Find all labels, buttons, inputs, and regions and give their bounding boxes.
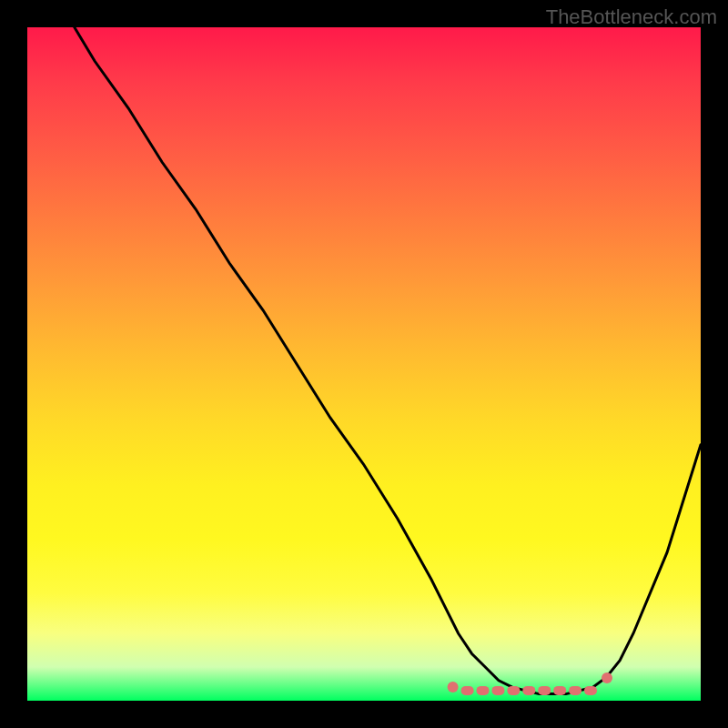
watermark-text: TheBottleneck.com (546, 5, 717, 29)
chart-gradient-background (27, 27, 701, 701)
